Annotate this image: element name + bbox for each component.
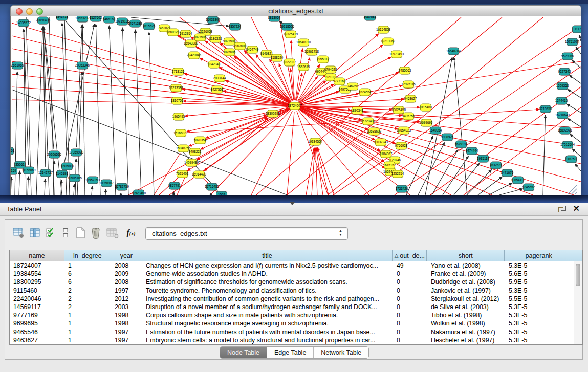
table-cell[interactable]: Tibbo et al. (1998) — [427, 311, 505, 319]
table-cell[interactable]: 0 — [393, 287, 427, 295]
graph-node[interactable]: 2651065 — [11, 62, 24, 70]
graph-node[interactable]: 17654923 — [397, 127, 411, 135]
citation-edge-black[interactable] — [109, 26, 116, 195]
table-row[interactable]: 1872400712008Changes of HCN gene express… — [10, 261, 574, 270]
citation-edge-black[interactable] — [432, 149, 458, 195]
graph-node[interactable]: 10973493 — [389, 51, 404, 58]
table-cell[interactable]: 2 — [64, 303, 111, 311]
table-cell[interactable]: 0 — [393, 319, 427, 327]
table-cell[interactable]: 9777169 — [10, 311, 64, 319]
citation-edge-black[interactable] — [568, 89, 581, 98]
citation-edge-black[interactable] — [467, 170, 492, 195]
graph-node[interactable]: 1588520 — [271, 54, 284, 62]
graph-node[interactable]: 9529966 — [561, 53, 574, 60]
graph-node[interactable]: 10654112 — [511, 177, 525, 184]
table-row[interactable]: 1456911722003Disruption of a novel membe… — [10, 303, 574, 311]
graph-node[interactable]: 2935114 — [477, 155, 490, 163]
table-cell[interactable]: 49 — [393, 261, 427, 270]
graph-node[interactable]: 7615526 — [143, 23, 156, 30]
column-header-year[interactable]: year — [111, 250, 142, 261]
table-row[interactable]: 969969511998Structural magnetic resonanc… — [10, 319, 574, 327]
citation-edge-red[interactable] — [287, 112, 294, 195]
table-cell[interactable]: 1998 — [111, 311, 142, 319]
citation-edge-black[interactable] — [418, 143, 445, 195]
float-panel-icon[interactable] — [558, 206, 565, 213]
graph-node[interactable]: 16961758 — [304, 48, 319, 56]
table-cell[interactable]: 2008 — [111, 261, 142, 270]
table-cell[interactable]: Tourette syndrome. Phenomenology and cla… — [142, 287, 393, 295]
graph-node[interactable]: 20053346 — [75, 62, 90, 70]
table-cell[interactable]: 0 — [393, 278, 427, 286]
table-cell[interactable]: 1997 — [111, 287, 142, 295]
citation-edge-black[interactable] — [454, 57, 467, 195]
tab-network-table[interactable]: Network Table — [314, 347, 368, 358]
citation-edge-black[interactable] — [63, 24, 94, 169]
table-row[interactable]: 2242004622012Investigating the contribut… — [10, 295, 574, 303]
graph-node[interactable]: 17359928 — [69, 149, 84, 157]
table-cell[interactable]: 5.6E-5 — [505, 270, 574, 278]
graph-node[interactable]: 16033809 — [206, 16, 221, 24]
graph-node[interactable]: 12975115 — [401, 81, 416, 89]
table-cell[interactable]: 2012 — [111, 295, 142, 303]
graph-node[interactable]: 9242848 — [208, 61, 221, 69]
citation-edge-black[interactable] — [105, 189, 106, 195]
column-header-pagerank[interactable]: pagerank — [505, 250, 573, 261]
graph-node[interactable]: 20691406 — [36, 17, 51, 25]
graph-node[interactable]: 746266 — [347, 83, 358, 91]
table-cell[interactable]: 0 — [393, 311, 427, 319]
graph-node[interactable]: 14035572 — [16, 19, 31, 27]
graph-node[interactable]: 15892971 — [558, 127, 573, 135]
table-cell[interactable]: 9465546 — [10, 328, 64, 336]
citation-edge-black[interactable] — [570, 134, 581, 142]
table-cell[interactable]: 0 — [393, 270, 427, 278]
graph-node[interactable]: 19384554 — [308, 138, 323, 146]
citation-edge-black[interactable] — [173, 192, 174, 195]
show-columns-icon[interactable] — [28, 226, 42, 240]
network-window-titlebar[interactable]: citations_edges.txt — [10, 5, 581, 16]
citation-edge-black[interactable] — [45, 179, 45, 195]
table-cell[interactable]: 1 — [64, 336, 111, 344]
graph-node[interactable]: 11156869 — [21, 167, 36, 174]
graph-node[interactable]: 1640954 — [429, 127, 442, 135]
table-cell[interactable]: 5.3E-5 — [505, 261, 574, 270]
citation-edge-black[interactable] — [11, 177, 11, 195]
citation-edge-red[interactable] — [317, 147, 334, 195]
graph-node[interactable]: 2718126 — [172, 68, 185, 76]
delete-table-icon[interactable] — [89, 226, 103, 240]
citation-edge-black[interactable] — [149, 32, 154, 195]
table-cell[interactable]: 9463627 — [10, 336, 64, 344]
graph-node[interactable]: 19218506 — [280, 23, 295, 31]
graph-node[interactable]: 15720407 — [361, 118, 376, 125]
graph-node[interactable]: 16914479 — [192, 171, 207, 179]
graph-node[interactable]: 9777169 — [333, 78, 346, 85]
graph-node[interactable]: 10958107 — [99, 180, 114, 187]
table-cell[interactable]: Corpus callosum shape and size in male p… — [142, 311, 393, 319]
network-canvas[interactable]: 1872400718300295193845547463822866012859… — [10, 16, 581, 195]
table-row[interactable]: 911546021997Tourette syndrome. Phenomeno… — [10, 287, 574, 295]
graph-node[interactable]: 12213962 — [381, 38, 396, 46]
graph-node[interactable]: 8427552 — [211, 86, 224, 94]
citation-edge-black[interactable] — [279, 21, 282, 24]
citation-edge-black[interactable] — [49, 17, 54, 195]
table-settings-icon[interactable] — [11, 226, 26, 240]
citation-edge-black[interactable] — [96, 24, 100, 195]
citation-edge-black[interactable] — [92, 186, 92, 195]
graph-node[interactable]: 9875685 — [223, 49, 236, 56]
graph-node[interactable]: 14671388 — [128, 20, 143, 28]
graph-node[interactable]: 1209358 — [556, 82, 569, 90]
citation-edge-black[interactable] — [15, 72, 17, 195]
table-cell[interactable]: 1997 — [111, 328, 142, 336]
table-row[interactable]: 1830029562008Estimation of significance … — [10, 278, 574, 286]
citation-edge-red[interactable] — [251, 111, 292, 195]
citation-edge-red[interactable] — [300, 107, 581, 182]
graph-node[interactable]: 8186328 — [209, 35, 222, 43]
graph-node[interactable]: 9184067 — [380, 150, 393, 158]
graph-node[interactable]: 8471676 — [501, 169, 514, 177]
graph-node[interactable]: 9857791 — [168, 182, 181, 190]
table-cell[interactable]: 0 — [393, 295, 427, 303]
citation-edge-black[interactable] — [19, 171, 20, 195]
graph-node[interactable]: 17957253 — [85, 177, 100, 184]
graph-node[interactable]: 116753 — [566, 156, 577, 163]
citation-edge-black[interactable] — [74, 184, 74, 195]
citation-edge-black[interactable] — [211, 193, 211, 195]
